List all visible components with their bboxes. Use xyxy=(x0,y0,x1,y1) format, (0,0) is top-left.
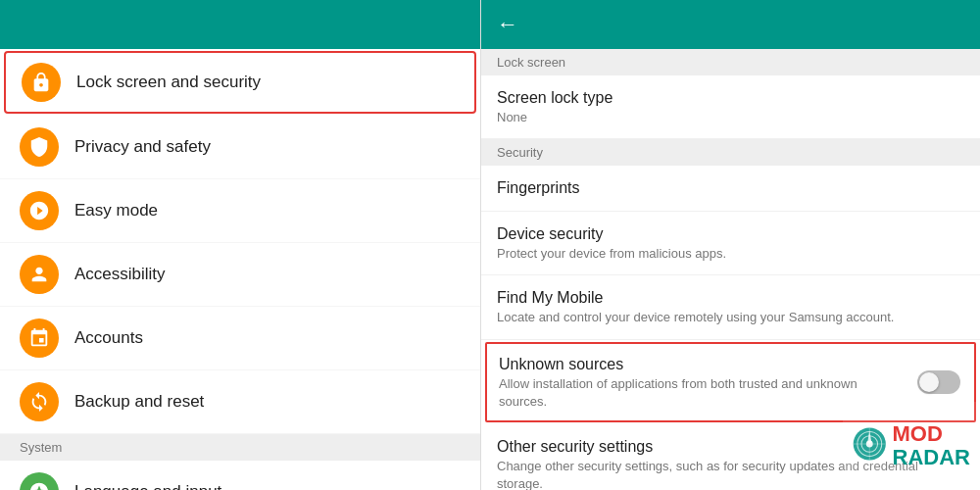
watermark-text: MOD RADAR xyxy=(893,422,970,469)
settings-item-icon-4 xyxy=(20,318,59,358)
settings-item-label-3: Accessibility xyxy=(74,265,166,284)
settings-item-icon-3 xyxy=(20,255,59,294)
settings-item-label-2: Easy mode xyxy=(74,201,158,220)
right-section-header-0: Lock screen xyxy=(481,49,980,75)
settings-item-icon-5 xyxy=(20,382,59,421)
right-item-title-0-0: Screen lock type xyxy=(497,89,964,107)
settings-item-0[interactable]: Lock screen and security xyxy=(4,51,476,114)
settings-item-3[interactable]: Accessibility xyxy=(0,243,480,307)
right-item-title-1-2: Find My Mobile xyxy=(497,289,964,307)
right-panel: ← Lock screenScreen lock typeNoneSecurit… xyxy=(480,0,980,490)
back-button[interactable]: ← xyxy=(497,12,518,37)
right-item-0-0[interactable]: Screen lock typeNone xyxy=(481,75,980,139)
right-item-sub-1-2: Locate and control your device remotely … xyxy=(497,309,964,326)
settings-item-label-1: Privacy and safety xyxy=(74,137,211,157)
system-section-header: System xyxy=(0,434,480,461)
right-item-title-1-0: Fingerprints xyxy=(497,179,964,197)
settings-item-5[interactable]: Backup and reset xyxy=(0,370,480,434)
toggle-1-3[interactable] xyxy=(917,370,960,394)
right-item-1-0[interactable]: Fingerprints xyxy=(481,166,980,212)
watermark: MOD RADAR xyxy=(843,402,980,490)
settings-item-label-5: Backup and reset xyxy=(74,392,204,412)
left-panel: Lock screen and securityPrivacy and safe… xyxy=(0,0,480,490)
right-item-title-1-1: Device security xyxy=(497,225,964,243)
system-item-0[interactable]: Language and input xyxy=(0,461,480,490)
settings-item-2[interactable]: Easy mode xyxy=(0,179,480,243)
right-section-header-1: Security xyxy=(481,139,980,166)
system-item-icon-0 xyxy=(20,472,59,490)
settings-item-label-0: Lock screen and security xyxy=(76,73,261,92)
right-item-1-1[interactable]: Device securityProtect your device from … xyxy=(481,212,980,275)
settings-item-4[interactable]: Accounts xyxy=(0,307,480,370)
settings-item-1[interactable]: Privacy and safety xyxy=(0,116,480,179)
mod-radar-icon xyxy=(853,419,887,468)
settings-item-label-4: Accounts xyxy=(74,328,143,348)
right-header: ← xyxy=(481,0,980,49)
settings-item-icon-0 xyxy=(22,63,61,102)
settings-item-icon-1 xyxy=(20,127,59,167)
settings-item-icon-2 xyxy=(20,191,59,230)
right-item-1-2[interactable]: Find My MobileLocate and control your de… xyxy=(481,275,980,339)
system-item-label-0: Language and input xyxy=(74,482,221,490)
right-item-sub-0-0: None xyxy=(497,109,964,126)
right-item-sub-1-1: Protect your device from malicious apps. xyxy=(497,245,964,263)
left-items-list: Lock screen and securityPrivacy and safe… xyxy=(0,49,480,490)
right-item-title-1-3: Unknown sources xyxy=(499,356,962,373)
toggle-container-1-3[interactable] xyxy=(917,370,960,394)
left-header xyxy=(0,0,480,49)
